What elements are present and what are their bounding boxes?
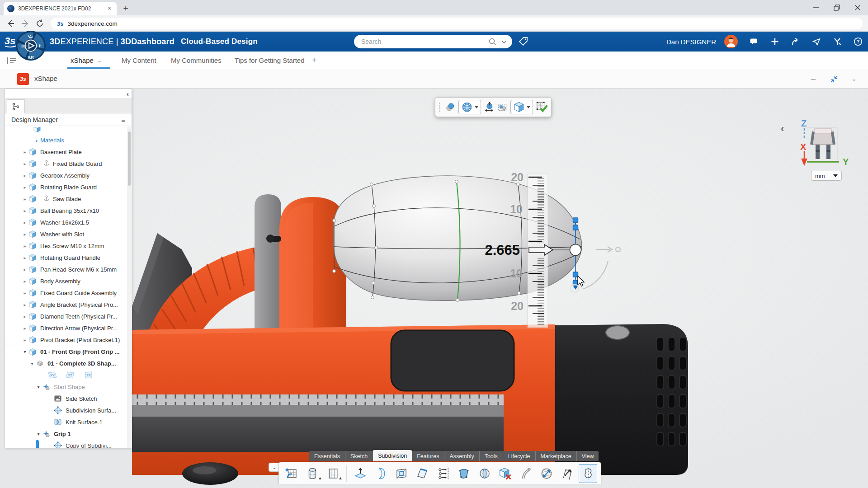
ribbon-tab-essentials[interactable]: Essentials — [309, 451, 345, 461]
view-cube-group[interactable] — [510, 100, 533, 114]
help-icon[interactable]: ? — [854, 37, 863, 46]
symmetry-edit-button[interactable] — [579, 464, 597, 483]
expand-icon[interactable] — [21, 267, 28, 272]
panel-menu-icon[interactable] — [121, 116, 125, 124]
tree-item[interactable]: Diamond Teeth (Physical Pr... — [5, 310, 127, 322]
panel-scrollbar[interactable] — [127, 127, 131, 448]
ribbon-tab-subdivision[interactable]: Subdivision — [373, 450, 412, 461]
ribbon-tab-view[interactable]: View — [577, 451, 599, 461]
tree-item-grip1[interactable]: Grip 1 — [5, 428, 127, 440]
expand-icon[interactable] — [21, 326, 28, 331]
crease-edge-button[interactable] — [413, 464, 432, 483]
expand-icon[interactable] — [21, 291, 28, 296]
share-icon[interactable] — [812, 37, 821, 46]
collapse-icon[interactable] — [35, 432, 42, 436]
expand-icon[interactable] — [21, 161, 28, 166]
window-minimize-icon[interactable] — [812, 4, 820, 12]
compass-widget[interactable]: 3D i' V.R — [15, 30, 46, 62]
tab-my-communities[interactable]: My Communities — [171, 52, 222, 69]
tree-item-copy-of-subdivision[interactable]: Copy of Subdivi... — [5, 440, 127, 448]
plane-zx-icon[interactable]: ZX — [83, 371, 94, 379]
add-tab-icon[interactable] — [309, 55, 319, 65]
forward-icon[interactable] — [21, 19, 30, 28]
symmetry-display-icon[interactable] — [497, 101, 507, 113]
dropdown-caret-icon[interactable] — [339, 477, 342, 479]
back-icon[interactable] — [6, 19, 15, 28]
tree-item-front-grip[interactable]: 01 - Front Grip (Front Grip ... — [5, 346, 127, 357]
expand-icon[interactable] — [21, 220, 28, 225]
collapse-icon[interactable] — [28, 361, 36, 366]
tree-item[interactable]: Ball Bearing 35x17x10 — [5, 205, 127, 216]
ribbon-tab-tools[interactable]: Tools — [480, 451, 503, 461]
expand-icon[interactable] — [21, 244, 28, 249]
tree-item-start-shape[interactable]: Start Shape — [5, 381, 127, 393]
expand-icon[interactable] — [21, 173, 28, 178]
tab-design-tree[interactable] — [7, 99, 25, 113]
user-name[interactable]: Dan DESIGNER — [666, 38, 716, 46]
sweep-curve-button[interactable] — [517, 464, 535, 483]
fill-face-button[interactable] — [454, 464, 473, 483]
expand-icon[interactable] — [21, 150, 28, 155]
ribbon-tab-features[interactable]: Features — [412, 451, 444, 461]
tree-item-clipped[interactable] — [5, 127, 127, 134]
stretch-sphere-button[interactable] — [538, 464, 556, 483]
drag-handle[interactable] — [439, 101, 441, 113]
window-close-icon[interactable] — [854, 4, 862, 12]
plane-xy-icon[interactable]: XY — [47, 371, 58, 379]
panel-collapse-icon[interactable] — [781, 125, 784, 133]
expand-icon[interactable] — [21, 255, 28, 260]
plane-yz-icon[interactable]: YZ — [65, 371, 76, 379]
cylinder-primitive-button[interactable] — [303, 464, 322, 483]
dropdown-caret-icon[interactable] — [319, 477, 321, 479]
forward-share-icon[interactable] — [791, 37, 800, 46]
tag-icon[interactable] — [518, 36, 529, 47]
extrude-face-button[interactable] — [351, 464, 369, 483]
chevron-down-icon[interactable] — [97, 57, 102, 64]
tree-item[interactable]: Gearbox Assembly — [5, 169, 127, 181]
browser-tab[interactable]: 3DEXPERIENCE 2021x FD02 — [4, 2, 117, 15]
tab-my-content[interactable]: My Content — [122, 52, 156, 69]
expand-icon[interactable] — [21, 185, 28, 190]
ribbon-tab-assembly[interactable]: Assembly — [444, 451, 479, 461]
tree-item[interactable]: Saw Blade — [5, 193, 127, 205]
notifications-icon[interactable] — [750, 37, 759, 46]
render-style-icon[interactable] — [445, 101, 455, 113]
new-tab-icon[interactable] — [120, 4, 131, 14]
tree-item[interactable]: Basement Plate — [5, 146, 127, 158]
multi-extrude-button[interactable] — [434, 464, 453, 483]
expand-icon[interactable] — [21, 279, 28, 284]
tree-item-side-sketch[interactable]: Side Sketch — [5, 393, 127, 404]
tree-item[interactable]: Body Assembly — [5, 275, 127, 287]
reload-icon[interactable] — [35, 19, 44, 28]
tree-item[interactable]: Washer 16x26x1.5 — [5, 216, 127, 228]
collapse-icon[interactable] — [21, 349, 28, 354]
tree-item[interactable]: Rotating Blade Guard — [5, 181, 127, 193]
zoom-scale-icon[interactable] — [484, 101, 494, 113]
units-select[interactable]: mm — [811, 171, 842, 181]
tree-item-subdivision-surface[interactable]: Subdivision Surfa... — [5, 404, 127, 416]
expand-icon[interactable] — [21, 232, 28, 237]
delete-face-button[interactable] — [496, 464, 514, 483]
search-options-icon[interactable] — [500, 38, 508, 45]
tree-item[interactable]: Pivot Bracket (Pivot Bracket.1) — [5, 334, 127, 346]
ribbon-tab-sketch[interactable]: Sketch — [345, 451, 373, 461]
app-collapse-icon[interactable] — [850, 75, 858, 83]
align-surface-button[interactable] — [558, 464, 576, 483]
split-body-button[interactable] — [475, 464, 494, 483]
close-tab-icon[interactable] — [106, 5, 113, 12]
tree-item[interactable]: Fixed Blade Guard — [5, 158, 127, 169]
app-minimize-icon[interactable] — [809, 75, 817, 83]
ribbon-tab-lifecycle[interactable]: Lifecycle — [503, 451, 536, 461]
scrollbar-thumb[interactable] — [128, 131, 131, 186]
ribbon-tab-marketplace[interactable]: Marketplace — [536, 451, 577, 461]
bend-surface-button[interactable] — [372, 464, 390, 483]
add-icon[interactable] — [770, 37, 779, 46]
collaboration-icon[interactable] — [833, 37, 842, 46]
search-input[interactable] — [361, 38, 488, 45]
tree-item-knit-surface[interactable]: Knit Surface.1 — [5, 416, 127, 428]
validate-check-icon[interactable] — [536, 100, 547, 114]
inset-face-button[interactable] — [392, 464, 411, 483]
expand-icon[interactable] — [33, 137, 40, 144]
tree-item[interactable]: Fixed Guard Guide Assembly — [5, 287, 127, 299]
view-mode-group[interactable] — [458, 100, 481, 114]
